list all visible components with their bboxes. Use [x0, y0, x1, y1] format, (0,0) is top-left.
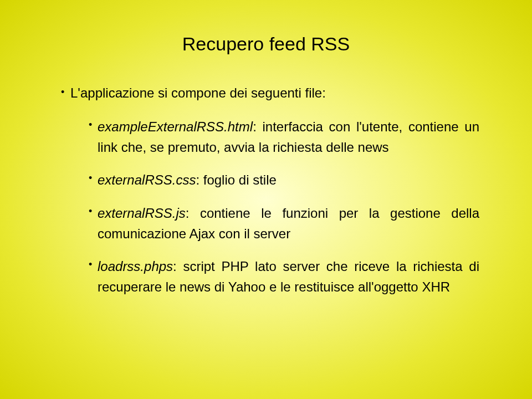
- file-name: loadrss.phps: [98, 259, 173, 274]
- file-name: exampleExternalRSS.html: [98, 119, 253, 134]
- slide-title: Recupero feed RSS: [53, 33, 479, 55]
- list-item: exampleExternalRSS.html: interfaccia con…: [89, 116, 479, 157]
- file-name: externalRSS.js: [98, 206, 186, 221]
- intro-text: L'applicazione si compone dei seguenti f…: [63, 85, 479, 101]
- list-item: externalRSS.js: contiene le funzioni per…: [89, 203, 479, 244]
- slide: Recupero feed RSS L'applicazione si comp…: [0, 0, 532, 399]
- file-list: exampleExternalRSS.html: interfaccia con…: [89, 116, 479, 297]
- list-item: externalRSS.css: foglio di stile: [89, 170, 479, 190]
- list-item: loadrss.phps: script PHP lato server che…: [89, 256, 479, 297]
- file-desc: : foglio di stile: [196, 172, 276, 187]
- file-name: externalRSS.css: [98, 172, 196, 187]
